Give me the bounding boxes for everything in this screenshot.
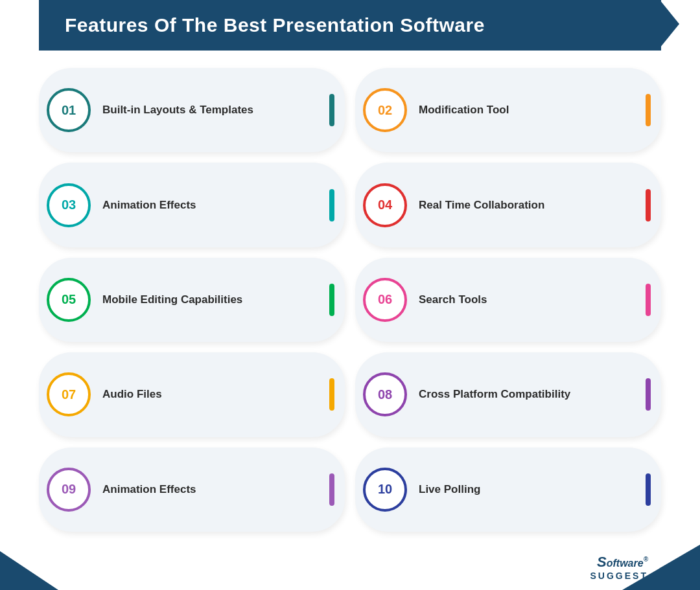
feature-label-08: Cross Platform Compatibility xyxy=(419,387,639,402)
feature-label-02: Modification Tool xyxy=(419,103,639,117)
feature-card-02: 02Modification Tool xyxy=(355,68,661,152)
feature-label-06: Search Tools xyxy=(419,293,639,307)
feature-card-10: 10Live Polling xyxy=(355,448,661,532)
accent-bar-09 xyxy=(329,473,334,506)
feature-num-02: 02 xyxy=(363,88,407,132)
feature-card-06: 06Search Tools xyxy=(355,258,661,342)
feature-card-08: 08Cross Platform Compatibility xyxy=(355,352,661,437)
feature-label-05: Mobile Editing Capabilities xyxy=(102,293,323,307)
branding: Software® SUGGEST xyxy=(590,554,648,581)
accent-bar-02 xyxy=(646,94,651,126)
feature-card-07: 07Audio Files xyxy=(39,352,345,437)
main-container: { "header": { "title": "Features Of The … xyxy=(0,0,700,590)
feature-num-07: 07 xyxy=(47,372,91,416)
feature-num-06: 06 xyxy=(363,278,407,322)
brand-name: Software® xyxy=(597,554,648,570)
accent-bar-05 xyxy=(329,284,334,316)
accent-bar-08 xyxy=(646,378,651,411)
feature-num-03: 03 xyxy=(47,183,91,227)
feature-label-10: Live Polling xyxy=(419,482,639,497)
feature-num-08: 08 xyxy=(363,372,407,416)
accent-bar-01 xyxy=(329,94,334,126)
feature-num-09: 09 xyxy=(47,468,91,512)
feature-card-01: 01Built-in Layouts & Templates xyxy=(39,68,345,152)
accent-bar-07 xyxy=(329,378,334,411)
feature-num-01: 01 xyxy=(47,88,91,132)
accent-bar-06 xyxy=(646,284,651,316)
feature-card-05: 05Mobile Editing Capabilities xyxy=(39,258,345,342)
feature-label-04: Real Time Collaboration xyxy=(419,198,639,212)
feature-card-09: 09Animation Effects xyxy=(39,448,345,532)
feature-label-01: Built-in Layouts & Templates xyxy=(102,103,323,117)
feature-num-05: 05 xyxy=(47,278,91,322)
brand-suggest: SUGGEST xyxy=(590,571,648,581)
feature-label-07: Audio Files xyxy=(102,387,323,402)
accent-bar-03 xyxy=(329,189,334,221)
feature-num-10: 10 xyxy=(363,468,407,512)
feature-num-04: 04 xyxy=(363,183,407,227)
feature-label-03: Animation Effects xyxy=(102,198,323,212)
page-title: Features Of The Best Presentation Softwa… xyxy=(65,14,635,36)
feature-card-04: 04Real Time Collaboration xyxy=(355,163,661,247)
feature-label-09: Animation Effects xyxy=(102,482,323,497)
feature-card-03: 03Animation Effects xyxy=(39,163,345,247)
features-grid: 01Built-in Layouts & Templates02Modifica… xyxy=(26,55,674,545)
bottom-left-decor xyxy=(0,551,58,590)
accent-bar-10 xyxy=(646,473,651,506)
accent-bar-04 xyxy=(646,189,651,221)
